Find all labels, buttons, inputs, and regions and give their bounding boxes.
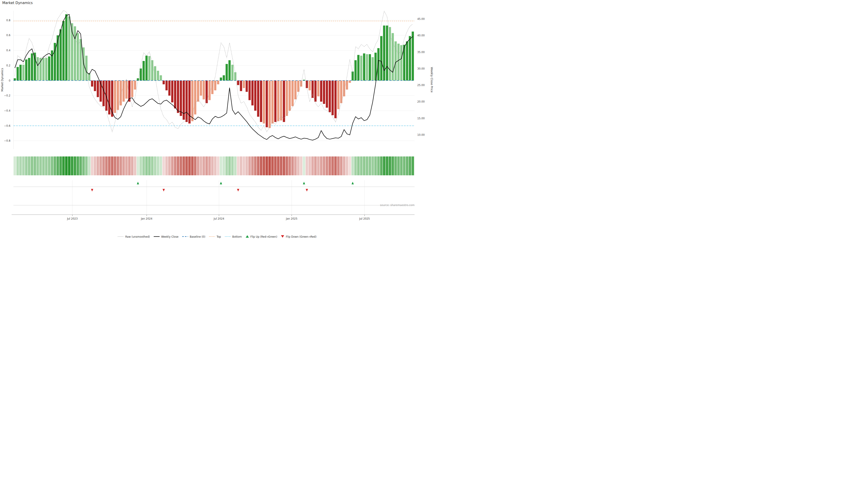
top-line-icon [209,235,215,238]
dynamics-bar [311,80,314,98]
flip-up-icon [246,235,249,238]
heatmap-cell [323,157,325,175]
heatmap-cell [140,157,142,175]
market-dynamics-page: Market Dynamics 0.80.60.40.20−0.2−0.4−0.… [0,0,434,244]
heatmap-cell [266,157,268,175]
heatmap-cell [157,157,159,175]
heatmap-cell [79,157,82,175]
heatmap-cell [300,157,303,175]
heatmap-cell [143,157,145,175]
chart-legend: Raw (unsmoothed)Weekly CloseBaseline (0)… [0,235,434,238]
legend-label: Raw (unsmoothed) [125,235,150,238]
flip-down-marker [162,189,165,192]
heatmap-cell [128,157,131,175]
flip-up-marker [351,182,354,185]
dynamics-bar [174,80,176,108]
heatmap-cell [182,157,185,175]
dynamics-bar [206,80,208,103]
dynamics-bar [346,80,348,90]
heatmap-cell [120,157,122,175]
heatmap-cell [174,157,176,175]
heatmap-cell [271,157,274,175]
heatmap-cell [392,157,394,175]
dynamics-bar [386,26,388,80]
legend-label: Flip Up (Red→Green) [250,235,277,238]
heatmap-cell [99,157,102,175]
dynamics-bar [366,54,368,80]
heatmap-cell [314,157,317,175]
left-axis-tick: 0.2 [6,64,10,67]
heatmap-cell [400,157,403,175]
dynamics-bar [168,80,170,96]
heatmap-cell [363,157,365,175]
x-axis-tick-label: Jul 2024 [213,217,224,220]
heatmap-cell [206,157,208,175]
dynamics-bar [91,80,93,87]
left-axis-tick: 0 [9,79,10,82]
right-axis-title: Weekly Close Price [430,67,433,93]
dynamics-bar [274,80,276,122]
dynamics-bar [160,75,162,80]
dynamics-bar [123,80,125,102]
heatmap-cell [297,157,300,175]
heatmap-cell [19,157,22,175]
heatmap-cell [91,157,93,175]
heatmap-cell [274,157,277,175]
heatmap-cell [268,157,271,175]
heatmap-cell [17,157,19,175]
dynamics-bar [306,80,308,88]
right-axis-tick: 45.00 [417,18,425,21]
heatmap-cell [131,157,133,175]
dynamics-bar [291,80,293,106]
heatmap-cell [334,157,337,175]
heatmap-cell [51,157,53,175]
heatmap-cell [74,157,76,175]
heatmap-cell [329,157,331,175]
heatmap-cell [85,157,88,175]
left-axis-title: Market Dynamics [1,68,4,92]
dynamics-bar [165,80,168,90]
heatmap-cell [228,157,231,175]
left-axis-tick: 0.4 [6,49,10,52]
right-axis-tick: 10.00 [417,133,425,136]
dynamics-bar [20,65,22,80]
dynamics-bar [354,60,357,80]
heatmap-cell [357,157,360,175]
dynamics-bar [257,80,259,117]
heatmap-cell [134,157,136,175]
left-axis-tick: 0.6 [6,34,10,37]
heatmap-cell [36,157,39,175]
dynamics-bar [143,61,145,80]
legend-item: Raw (unsmoothed) [118,235,150,238]
heatmap-cell [203,157,205,175]
dynamics-bar [194,80,196,115]
dynamics-bar [332,80,334,115]
dynamics-bar [214,80,216,90]
heatmap-cell [234,157,237,175]
heatmap-cell [317,157,320,175]
legend-item: Flip Up (Red→Green) [246,235,277,238]
heatmap-cell [277,157,279,175]
dynamics-bar [74,26,76,80]
dynamics-bar [280,80,282,121]
heatmap-cell [351,157,354,175]
heatmap-cell [122,157,125,175]
dynamics-bar [231,65,234,80]
heatmap-cell [254,157,256,175]
dynamics-bar [380,36,382,80]
x-axis-tick-label: Jul 2023 [67,217,78,220]
heatmap-cell [168,157,170,175]
market-dynamics-chart: 0.80.60.40.20−0.2−0.4−0.6−0.845.0040.003… [0,0,434,233]
heatmap-cell [326,157,328,175]
heatmap-cell [31,157,33,175]
dynamics-bar [377,48,379,80]
heatmap-cell [214,157,217,175]
x-axis-tick-label: Jan 2025 [286,217,298,220]
heatmap-cell [412,157,414,175]
dynamics-bar [283,80,285,122]
legend-item: Flip Down (Green→Red) [281,235,316,238]
dynamics-bar [254,80,256,111]
dynamics-bar [314,80,317,102]
dynamics-bar [111,80,113,117]
left-axis-tick: 0.8 [6,19,10,22]
